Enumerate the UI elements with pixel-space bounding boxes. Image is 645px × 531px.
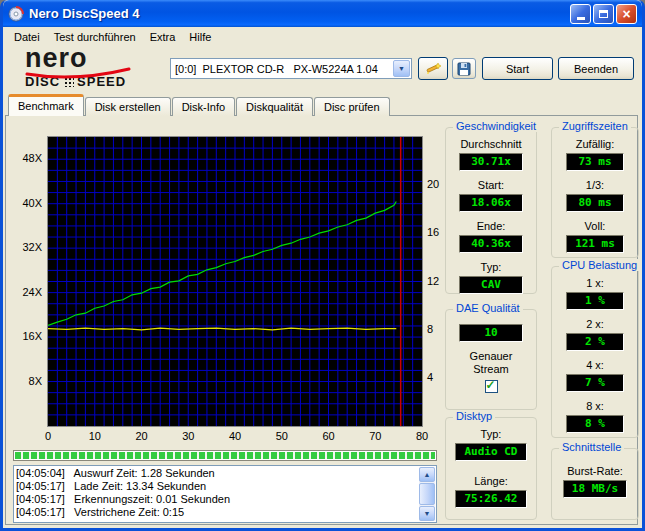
cpu-4x-label: 4 x: <box>552 359 638 372</box>
cpu-8x-label: 8 x: <box>552 400 638 413</box>
access-times-title: Zugriffszeiten <box>559 120 631 132</box>
x-tick: 80 <box>410 430 434 442</box>
speed-type-display: CAV <box>459 276 523 294</box>
floppy-icon <box>457 62 471 76</box>
full-access-display: 121 ms <box>566 235 624 253</box>
dae-quality-panel: DAE Qualität 10 Genauer Stream ✓ <box>445 309 537 410</box>
options-button[interactable] <box>418 57 448 80</box>
dae-score-display: 10 <box>459 324 523 342</box>
start-speed-display: 18.06x <box>459 194 523 212</box>
scrollbar-thumb[interactable] <box>419 483 435 505</box>
end-speed-label: Ende: <box>446 220 536 233</box>
cpu-1x-label: 1 x: <box>552 277 638 290</box>
disc-type-panel: Disktyp Typ: Audio CD Länge: 75:26.42 <box>445 417 537 520</box>
x-tick: 30 <box>176 430 200 442</box>
disc-length-display: 75:26.42 <box>455 490 527 508</box>
series-read-speed <box>48 202 396 326</box>
series-rotation-speed <box>48 328 396 330</box>
tab-benchmark[interactable]: Benchmark <box>8 94 84 116</box>
random-access-display: 73 ms <box>566 153 624 171</box>
cpu-usage-panel: CPU Belastung 1 x: 1 % 2 x: 2 % 4 x: 7 %… <box>551 266 639 438</box>
menu-extra[interactable]: Extra <box>143 29 183 45</box>
minimize-button[interactable] <box>570 4 591 24</box>
log-scrollbar[interactable]: ▲ ▼ <box>419 467 435 521</box>
tab-disk-erstellen[interactable]: Disk erstellen <box>85 97 171 116</box>
start-button[interactable]: Start <box>482 57 553 80</box>
end-speed-display: 40.36x <box>459 235 523 253</box>
avg-speed-label: Durchschnitt <box>446 138 536 151</box>
y-axis-left-labels: 48X40X32X24X16X8X <box>12 124 44 446</box>
disc-type-title: Disktyp <box>453 410 495 422</box>
menu-hilfe[interactable]: Hilfe <box>182 29 218 45</box>
interface-title: Schnittstelle <box>559 441 624 453</box>
scroll-up-button[interactable]: ▲ <box>419 467 435 482</box>
access-times-panel: Zugriffszeiten Zufällig: 73 ms 1/3: 80 m… <box>551 127 639 258</box>
burst-rate-display: 18 MB/s <box>563 480 627 498</box>
burst-rate-label: Burst-Rate: <box>552 465 638 478</box>
cpu-8x-display: 8 % <box>566 415 624 433</box>
y-left-tick: 8X <box>12 375 42 387</box>
cpu-1x-display: 1 % <box>566 292 624 310</box>
tab-diskqualitaet[interactable]: Diskqualität <box>236 97 313 116</box>
y-left-tick: 48X <box>12 152 42 164</box>
log-line: [04:05:17] Lade Zeit: 13.34 Sekunden <box>16 480 418 493</box>
wand-icon <box>424 61 442 77</box>
chart-plot <box>48 137 422 426</box>
app-icon <box>8 6 24 22</box>
random-access-label: Zufällig: <box>552 138 638 151</box>
chart-plot-area <box>47 136 423 427</box>
benchmark-chart: 48X40X32X24X16X8X 20161284 0102030405060… <box>12 124 444 446</box>
app-window: Nero DiscSpeed 4 × Datei Test durchführe… <box>0 0 645 531</box>
third-access-label: 1/3: <box>552 179 638 192</box>
tab-disc-pruefen[interactable]: Disc prüfen <box>314 97 390 116</box>
check-icon: ✓ <box>486 378 496 392</box>
log-line: [04:05:04] Auswurf Zeit: 1.28 Sekunden <box>16 467 418 480</box>
y-axis-right-labels: 20161284 <box>425 124 444 446</box>
title-bar[interactable]: Nero DiscSpeed 4 × <box>3 0 642 27</box>
y-left-tick: 32X <box>12 241 42 253</box>
window-title: Nero DiscSpeed 4 <box>29 6 568 21</box>
x-tick: 60 <box>317 430 341 442</box>
speed-type-label: Typ: <box>446 261 536 274</box>
cpu-4x-display: 7 % <box>566 374 624 392</box>
minimize-icon <box>577 17 585 20</box>
speed-panel: Geschwindigkeit Durchschnitt 30.71x Star… <box>445 127 537 294</box>
scroll-down-button[interactable]: ▼ <box>419 506 435 521</box>
save-button[interactable] <box>452 58 476 79</box>
maximize-button[interactable] <box>593 4 614 24</box>
tab-strip: Benchmark Disk erstellen Disk-Info Diskq… <box>8 94 391 116</box>
menu-bar: Datei Test durchführen Extra Hilfe <box>3 27 642 47</box>
cpu-usage-title: CPU Belastung <box>559 259 640 271</box>
drive-select-value: [0:0] PLEXTOR CD-R PX-W5224A 1.04 <box>171 63 392 75</box>
y-right-tick: 8 <box>427 323 433 335</box>
y-right-tick: 4 <box>427 371 433 383</box>
x-tick: 10 <box>83 430 107 442</box>
tab-disk-info[interactable]: Disk-Info <box>172 97 235 116</box>
y-right-tick: 20 <box>427 178 439 190</box>
disc-type-label: Typ: <box>446 428 536 441</box>
quit-button[interactable]: Beenden <box>558 57 634 80</box>
avg-speed-display: 30.71x <box>459 153 523 171</box>
drive-select[interactable]: [0:0] PLEXTOR CD-R PX-W5224A 1.04 ▼ <box>170 58 412 79</box>
cpu-2x-display: 2 % <box>566 333 624 351</box>
x-axis-labels: 01020304050607080 <box>12 430 444 444</box>
close-button[interactable]: × <box>616 4 637 24</box>
disc-type-display: Audio CD <box>455 443 527 461</box>
exact-stream-checkbox[interactable]: ✓ <box>485 380 498 393</box>
log-line: [04:05:17] Erkennungszeit: 0.01 Sekunden <box>16 493 418 506</box>
y-left-tick: 40X <box>12 197 42 209</box>
interface-panel: Schnittstelle Burst-Rate: 18 MB/s <box>551 448 639 520</box>
x-tick: 20 <box>130 430 154 442</box>
exact-stream-label: Genauer Stream <box>461 350 521 376</box>
start-speed-label: Start: <box>446 179 536 192</box>
y-right-tick: 16 <box>427 226 439 238</box>
x-tick: 0 <box>36 430 60 442</box>
third-access-display: 80 ms <box>566 194 624 212</box>
chevron-down-icon[interactable]: ▼ <box>393 60 410 77</box>
log-output: [04:05:04] Auswurf Zeit: 1.28 Sekunden [… <box>13 465 437 523</box>
log-lines: [04:05:04] Auswurf Zeit: 1.28 Sekunden [… <box>16 467 418 521</box>
disc-length-label: Länge: <box>446 475 536 488</box>
cpu-2x-label: 2 x: <box>552 318 638 331</box>
y-right-tick: 12 <box>427 275 439 287</box>
speed-panel-title: Geschwindigkeit <box>453 120 539 132</box>
